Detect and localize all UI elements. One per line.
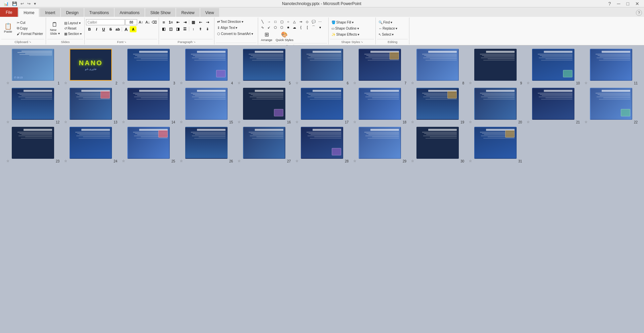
bullets-button[interactable]: ≡ (160, 19, 167, 25)
strikethrough-button[interactable]: S (107, 26, 114, 32)
col-button[interactable]: ▥ (190, 19, 197, 25)
help-button[interactable]: ? (606, 1, 613, 6)
shape-star[interactable]: ★ (285, 25, 291, 30)
align-text-button[interactable]: ⇕ Align Text ▾ (216, 25, 239, 30)
slide-thumbnail-23[interactable] (12, 127, 54, 159)
slide-thumbnail-27[interactable] (243, 127, 285, 159)
slide-item-15[interactable]: ☆ 15 (178, 88, 234, 124)
increase-font-button[interactable]: A↑ (138, 19, 144, 25)
slide-item-16[interactable]: ☆ 16 (236, 88, 292, 124)
shape-callout[interactable]: 💬 (311, 19, 317, 24)
select-button[interactable]: ↖ Select ▾ (377, 32, 395, 37)
slide-item-30[interactable]: ☆ 30 (410, 127, 466, 163)
shape-oval[interactable]: ○ (285, 19, 291, 24)
slide-item-23[interactable]: ☆ 23 (5, 127, 61, 163)
justify-button[interactable]: ☰ (182, 26, 188, 32)
layout-button[interactable]: ▤ Layout ▾ (63, 21, 83, 26)
customize-icon[interactable]: ▾ (33, 1, 37, 7)
slide-thumbnail-8[interactable] (416, 49, 459, 81)
slide-thumbnail-5[interactable] (243, 49, 285, 81)
slide-thumbnail-18[interactable] (359, 88, 401, 120)
slide-thumbnail-21[interactable] (532, 88, 574, 120)
shape-more2[interactable]: ▾ (317, 25, 323, 30)
slide-thumbnail-2[interactable]: NANO فناوری نانو (70, 49, 112, 81)
underline-button[interactable]: U (100, 26, 107, 32)
save-icon[interactable]: 💾 (11, 1, 18, 7)
slide-item-12[interactable]: ☆ 12 (5, 88, 61, 124)
slide-item-29[interactable]: ☆ 29 (352, 127, 408, 163)
slide-item-24[interactable]: ☆ 24 (63, 127, 119, 163)
slide-item-10[interactable]: ☆ 10 (525, 49, 581, 85)
tab-insert[interactable]: Insert (40, 8, 60, 17)
tab-transitions[interactable]: Transitions (84, 8, 114, 17)
slide-item-26[interactable]: ☆ 26 (178, 127, 234, 163)
slide-thumbnail-9[interactable] (474, 49, 517, 81)
tab-design[interactable]: Design (61, 8, 83, 17)
cut-button[interactable]: ✂ Cut (15, 20, 44, 25)
slide-thumbnail-20[interactable] (474, 88, 517, 120)
minimize-button[interactable]: ─ (615, 1, 622, 6)
shape-right-arrow[interactable]: ⇒ (298, 19, 304, 24)
font-size-input[interactable] (125, 19, 137, 25)
shape-hexagon[interactable]: ⬡ (279, 25, 285, 30)
slide-thumbnail-13[interactable] (70, 88, 112, 120)
rtl-button[interactable]: ⇠ (197, 19, 204, 25)
tab-file[interactable]: File (0, 7, 18, 17)
shape-round-rect[interactable]: ▢ (279, 19, 285, 24)
slide-thumbnail-26[interactable] (185, 127, 228, 159)
clear-format-button[interactable]: ⌫ (151, 19, 157, 25)
font-color-button[interactable]: A (123, 26, 129, 32)
slide-item-17[interactable]: ☆ 17 (294, 88, 350, 124)
slide-item-8[interactable]: ☆ 8 (410, 49, 466, 85)
tab-view[interactable]: View (200, 8, 219, 17)
slide-item-11[interactable]: ☆ 11 (583, 49, 639, 85)
slide-thumbnail-15[interactable] (185, 88, 228, 120)
slide-thumbnail-11[interactable] (590, 49, 632, 81)
slide-thumbnail-29[interactable] (359, 127, 401, 159)
slide-item-7[interactable]: ☆ 7 (352, 49, 408, 85)
replace-button[interactable]: ↔ Replace ▾ (377, 26, 399, 31)
font-name-input[interactable] (86, 19, 125, 25)
slide-thumbnail-19[interactable] (416, 88, 459, 120)
align-center-button[interactable]: ◫ (167, 26, 174, 32)
slide-thumbnail-22[interactable] (590, 88, 632, 120)
slide-item-2[interactable]: NANO فناوری نانو ☆ 2 (63, 49, 119, 85)
close-button[interactable]: ✕ (633, 1, 641, 6)
slide-item-21[interactable]: ☆ 21 (525, 88, 581, 124)
decrease-font-button[interactable]: A↓ (145, 19, 151, 25)
reset-button[interactable]: ↺ Reset (63, 26, 83, 31)
shape-triangle[interactable]: △ (291, 19, 297, 24)
tab-review[interactable]: Review (176, 8, 199, 17)
maximize-button[interactable]: □ (625, 1, 631, 6)
slide-item-6[interactable]: ☆ 6 (294, 49, 350, 85)
arrange-button[interactable]: ⊞ Arrange (259, 31, 274, 42)
redo-icon[interactable]: ↪ (26, 1, 32, 7)
convert-smartart-button[interactable]: ⬡ Convert to SmartArt ▾ (216, 31, 254, 36)
bold-button[interactable]: B (86, 26, 93, 32)
slide-thumbnail-12[interactable] (12, 88, 54, 120)
shape-brace[interactable]: { (298, 25, 304, 30)
highlight-button[interactable]: A (130, 26, 136, 32)
slide-item-4[interactable]: ☆ 4 (178, 49, 234, 85)
slide-thumbnail-16[interactable] (243, 88, 285, 120)
slide-item-14[interactable]: ☆ 14 (121, 88, 176, 124)
clipboard-expand[interactable]: ↘ (29, 40, 31, 43)
align-left-button[interactable]: ◧ (160, 26, 167, 32)
text-direction-button[interactable]: ⇄ Text Direction ▾ (216, 19, 245, 24)
slide-thumbnail-31[interactable] (474, 127, 517, 159)
ltr-button[interactable]: ⇢ (204, 19, 211, 25)
shape-diamond[interactable]: ◇ (304, 19, 310, 24)
slides-panel[interactable]: ⏱ 00:15 ☆ 1 NANO فناوری نانو ☆ 2 (0, 45, 644, 333)
shape-bend[interactable]: ↙ (266, 25, 272, 30)
paste-button[interactable]: 📋 Paste (1, 23, 15, 34)
slide-item-18[interactable]: ☆ 18 (352, 88, 408, 124)
slide-thumbnail-30[interactable] (416, 127, 459, 159)
shape-arrow[interactable]: → (266, 19, 272, 24)
slide-thumbnail-10[interactable] (532, 49, 574, 81)
section-button[interactable]: ▦ Section ▾ (63, 31, 83, 36)
slide-item-28[interactable]: ☆ 28 (294, 127, 350, 163)
slide-thumbnail-1[interactable]: ⏱ 00:15 (12, 49, 54, 81)
quick-styles-button[interactable]: 🎨 Quick Styles (274, 31, 295, 42)
slide-item-3[interactable]: ☆ 3 (121, 49, 176, 85)
shape-rect[interactable]: □ (272, 19, 278, 24)
